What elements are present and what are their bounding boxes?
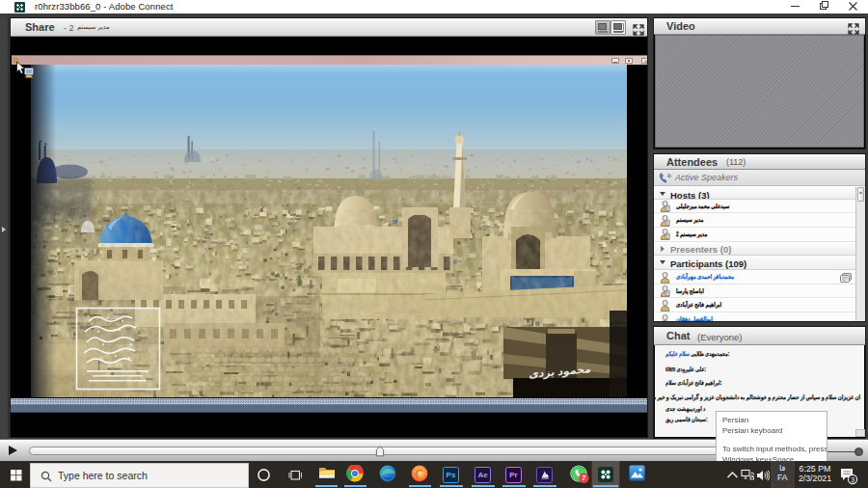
svg-text:7: 7	[582, 474, 585, 482]
svg-text:3: 3	[851, 475, 854, 484]
